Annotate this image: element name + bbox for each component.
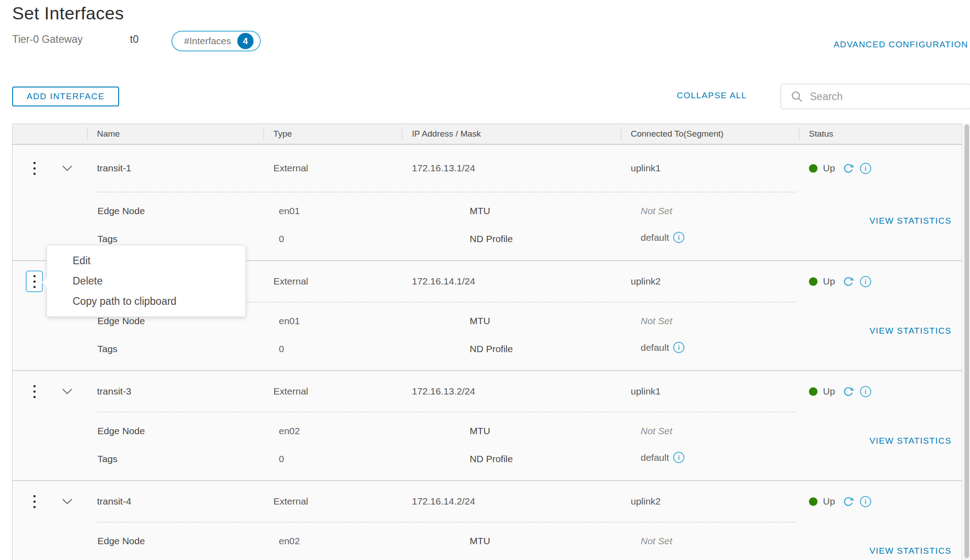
edge-node-label: Edge Node xyxy=(97,316,145,326)
info-icon[interactable] xyxy=(673,342,684,353)
tags-label: Tags xyxy=(97,234,117,244)
search-input[interactable] xyxy=(810,91,965,103)
interface-status: Up xyxy=(799,386,962,398)
interface-ip: 172.16.13.1/24 xyxy=(402,163,621,174)
tags-label: Tags xyxy=(97,454,117,464)
interface-ip: 172.16.14.2/24 xyxy=(402,496,621,507)
context-menu: Edit Delete Copy path to clipboard xyxy=(46,245,246,317)
page-title: Set Interfaces xyxy=(12,4,124,23)
status-text: Up xyxy=(823,496,835,507)
row-divider xyxy=(97,522,796,523)
context-menu-item-delete[interactable]: Delete xyxy=(47,271,245,291)
view-statistics-link[interactable]: VIEW STATISTICS xyxy=(869,216,952,226)
set-interfaces-dialog: Set Interfaces Tier-0 Gateway t0 #Interf… xyxy=(0,0,970,560)
column-header-ip: IP Address / Mask xyxy=(402,124,621,144)
nd-profile-label: ND Profile xyxy=(470,344,513,354)
badge-label: #Interfaces xyxy=(184,36,231,46)
chevron-down-icon[interactable] xyxy=(62,165,73,171)
info-icon[interactable] xyxy=(860,386,871,397)
status-up-dot xyxy=(809,164,818,173)
mtu-value: Not Set xyxy=(641,316,672,326)
kebab-menu-icon[interactable] xyxy=(26,381,43,402)
edge-node-value: en02 xyxy=(279,426,300,436)
nd-profile-label: ND Profile xyxy=(470,234,513,244)
mtu-value: Not Set xyxy=(641,536,672,546)
interface-ip: 172.16.14.1/24 xyxy=(402,276,621,287)
row-divider xyxy=(97,412,796,413)
tags-label: Tags xyxy=(97,344,117,354)
refresh-icon[interactable] xyxy=(842,275,855,288)
nd-profile-value: default xyxy=(641,452,669,463)
scrollbar-thumb[interactable] xyxy=(965,124,969,558)
interface-group-transit-1: transit-1 External 172.16.13.1/24 uplink… xyxy=(13,145,962,261)
interface-name: transit-3 xyxy=(87,386,263,397)
nd-profile-label: ND Profile xyxy=(470,454,513,464)
refresh-icon[interactable] xyxy=(842,162,855,174)
tags-value: 0 xyxy=(279,234,284,244)
chevron-down-icon[interactable] xyxy=(62,388,73,395)
status-up-dot xyxy=(809,497,818,506)
column-header-type: Type xyxy=(263,124,402,144)
chevron-down-icon[interactable] xyxy=(62,498,73,505)
context-menu-item-copy-path[interactable]: Copy path to clipboard xyxy=(47,291,245,312)
edge-node-value: en01 xyxy=(279,206,300,216)
interface-name: transit-4 xyxy=(87,496,263,507)
interface-type: External xyxy=(263,163,402,174)
info-icon[interactable] xyxy=(860,496,871,507)
edge-node-value: en02 xyxy=(279,536,300,546)
refresh-icon[interactable] xyxy=(842,386,855,398)
interface-connected-to: uplink2 xyxy=(621,276,799,287)
search-box[interactable] xyxy=(781,84,970,109)
row-divider xyxy=(97,192,796,193)
advanced-configuration-link[interactable]: ADVANCED CONFIGURATION xyxy=(834,40,968,50)
mtu-value: Not Set xyxy=(641,206,672,216)
kebab-menu-icon[interactable] xyxy=(26,491,43,512)
entity-type-label: Tier-0 Gateway xyxy=(12,33,83,45)
kebab-menu-icon[interactable] xyxy=(26,271,43,292)
nd-profile-value: default xyxy=(641,342,669,353)
interfaces-count-badge[interactable]: #Interfaces 4 xyxy=(171,31,261,51)
interface-ip: 172.16.13.2/24 xyxy=(402,386,621,397)
status-up-dot xyxy=(809,387,818,396)
interface-details: Edge Node en02 MTU Not Set VIEW STATISTI… xyxy=(13,412,962,480)
nd-profile-value-wrap: default xyxy=(641,452,684,463)
entity-name: t0 xyxy=(130,33,139,46)
tags-value: 0 xyxy=(279,344,284,354)
tags-value: 0 xyxy=(279,454,284,464)
interfaces-table: Name Type IP Address / Mask Connected To… xyxy=(12,124,962,560)
interface-name: transit-1 xyxy=(87,163,263,174)
kebab-menu-icon[interactable] xyxy=(26,157,43,179)
edge-node-label: Edge Node xyxy=(97,206,145,216)
view-statistics-link[interactable]: VIEW STATISTICS xyxy=(869,326,952,336)
status-text: Up xyxy=(823,276,835,287)
mtu-label: MTU xyxy=(470,206,490,216)
mtu-label: MTU xyxy=(470,426,490,436)
interface-status: Up xyxy=(799,162,962,174)
interface-details: Edge Node en02 MTU Not Set VIEW STATISTI… xyxy=(13,522,962,560)
interface-type: External xyxy=(263,496,402,507)
refresh-icon[interactable] xyxy=(842,496,855,508)
mtu-value: Not Set xyxy=(641,426,672,436)
context-menu-item-edit[interactable]: Edit xyxy=(47,251,245,271)
interface-connected-to: uplink1 xyxy=(621,163,799,174)
info-icon[interactable] xyxy=(860,163,871,174)
add-interface-button[interactable]: ADD INTERFACE xyxy=(12,87,119,106)
edge-node-label: Edge Node xyxy=(97,536,145,546)
view-statistics-link[interactable]: VIEW STATISTICS xyxy=(869,546,952,556)
mtu-label: MTU xyxy=(470,536,490,546)
info-icon[interactable] xyxy=(673,232,684,243)
column-header-name: Name xyxy=(87,124,263,144)
interface-type: External xyxy=(263,276,402,287)
table-row: transit-1 External 172.16.13.1/24 uplink… xyxy=(13,145,962,192)
collapse-all-link[interactable]: COLLAPSE ALL xyxy=(677,91,747,101)
nd-profile-value-wrap: default xyxy=(641,232,684,243)
info-icon[interactable] xyxy=(673,452,684,463)
table-row: transit-3 External 172.16.13.2/24 uplink… xyxy=(13,371,962,412)
status-up-dot xyxy=(809,277,818,286)
column-header-controls xyxy=(13,124,87,144)
table-row: transit-4 External 172.16.14.2/24 uplink… xyxy=(13,481,962,522)
edge-node-label: Edge Node xyxy=(97,426,145,436)
info-icon[interactable] xyxy=(860,276,871,287)
view-statistics-link[interactable]: VIEW STATISTICS xyxy=(869,436,952,446)
status-text: Up xyxy=(823,163,835,174)
